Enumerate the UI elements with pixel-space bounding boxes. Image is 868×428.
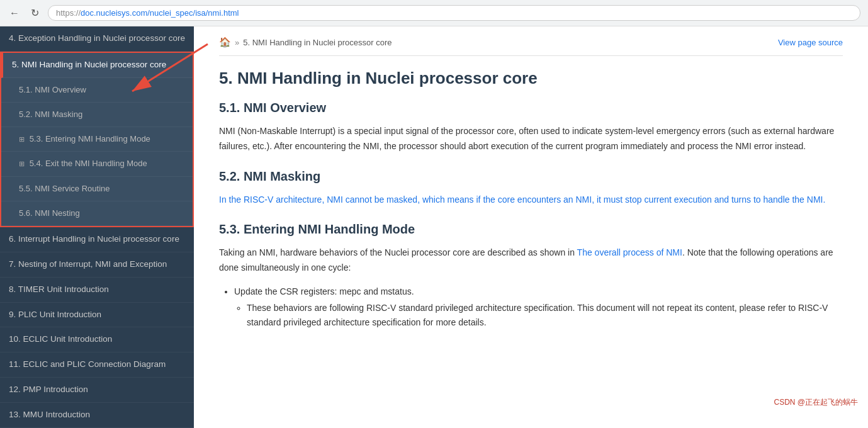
sidebar-item-5-6-label: 5.6. NMI Nesting bbox=[19, 208, 80, 218]
expand-icon-5-4: ⊞ bbox=[19, 159, 25, 169]
section-5-3-para-1: Taking an NMI, hardware behaviors of the… bbox=[219, 245, 843, 276]
list-item-1-text: Update the CSR registers: mepc and mstat… bbox=[234, 286, 414, 296]
content-area: 🏠 » 5. NMI Handling in Nuclei processor … bbox=[194, 26, 868, 428]
home-icon[interactable]: 🏠 bbox=[219, 37, 231, 48]
page-title: 5. NMI Handling in Nuclei processor core bbox=[219, 69, 843, 88]
sidebar-item-5-4[interactable]: ⊞ 5.4. Exit the NMI Handling Mode bbox=[1, 152, 193, 176]
sidebar-item-9-label: 9. PLIC Unit Introduction bbox=[9, 310, 101, 319]
breadcrumb-sep: » bbox=[235, 38, 239, 47]
sidebar-item-13-label: 13. MMU Introduction bbox=[9, 410, 90, 419]
sidebar-item-12-label: 12. PMP Introduction bbox=[9, 385, 88, 394]
sidebar-item-4-label: 4. Exception Handling in Nuclei processo… bbox=[9, 33, 185, 43]
sidebar-item-13[interactable]: 13. MMU Introduction bbox=[0, 403, 194, 428]
section-5-3-title: 5.3. Entering NMI Handling Mode bbox=[219, 222, 843, 237]
list-subitem-1-text: These behaviors are following RISC-V sta… bbox=[247, 303, 828, 327]
sidebar-item-11[interactable]: 11. ECLIC and PLIC Connection Diagram bbox=[0, 352, 194, 378]
sidebar-item-5[interactable]: 5. NMI Handling in Nuclei processor core bbox=[1, 53, 193, 78]
sidebar: 4. Exception Handling in Nuclei processo… bbox=[0, 26, 194, 428]
sidebar-item-5-4-label: 5.4. Exit the NMI Handling Mode bbox=[30, 159, 147, 168]
browser-chrome: ← ↻ https://doc.nucleisys.com/nuclei_spe… bbox=[0, 0, 868, 26]
sidebar-item-5-6[interactable]: 5.6. NMI Nesting bbox=[1, 201, 193, 226]
sidebar-item-10[interactable]: 10. ECLIC Unit Introduction bbox=[0, 327, 194, 352]
sidebar-item-12[interactable]: 12. PMP Introduction bbox=[0, 378, 194, 403]
watermark: CSDN @正在起飞的蜗牛 bbox=[770, 396, 862, 409]
main-layout: 4. Exception Handling in Nuclei processo… bbox=[0, 26, 868, 428]
back-button[interactable]: ← bbox=[8, 6, 21, 20]
sidebar-item-10-label: 10. ECLIC Unit Introduction bbox=[9, 334, 112, 344]
sidebar-item-5-3[interactable]: ⊞ 5.3. Entering NMI Handling Mode bbox=[1, 127, 193, 152]
sidebar-item-7[interactable]: 7. Nesting of Interrupt, NMI and Excepti… bbox=[0, 252, 194, 278]
svg-line-1 bbox=[194, 44, 208, 91]
section-5-2-text-blue: In the RISC-V architecture, NMI cannot b… bbox=[219, 194, 825, 205]
view-source-link[interactable]: View page source bbox=[778, 38, 843, 47]
sidebar-item-5-3-label: 5.3. Entering NMI Handling Mode bbox=[30, 134, 150, 144]
sidebar-item-5-label: 5. NMI Handling in Nuclei processor core bbox=[12, 60, 166, 69]
sidebar-item-8-label: 8. TIMER Unit Introduction bbox=[9, 284, 109, 294]
sidebar-item-6-label: 6. Interrupt Handling in Nuclei processo… bbox=[9, 234, 179, 244]
sidebar-item-11-label: 11. ECLIC and PLIC Connection Diagram bbox=[9, 359, 166, 369]
url-path: /nuclei_spec/isa/nmi.html bbox=[147, 8, 239, 18]
sidebar-item-6[interactable]: 6. Interrupt Handling in Nuclei processo… bbox=[0, 227, 194, 252]
breadcrumb: 🏠 » 5. NMI Handling in Nuclei processor … bbox=[219, 37, 843, 56]
expand-icon-5-3: ⊞ bbox=[19, 135, 25, 144]
sidebar-item-5-2[interactable]: 5.2. NMI Masking bbox=[1, 103, 193, 127]
sidebar-item-4[interactable]: 4. Exception Handling in Nuclei processo… bbox=[0, 26, 194, 52]
nmi-process-link[interactable]: The overall process of NMI bbox=[577, 247, 682, 257]
section-5-3-list: Update the CSR registers: mepc and mstat… bbox=[234, 284, 843, 329]
sidebar-item-5-2-label: 5.2. NMI Masking bbox=[19, 110, 82, 119]
sidebar-item-7-label: 7. Nesting of Interrupt, NMI and Excepti… bbox=[9, 259, 167, 269]
section-5-2-para-1: In the RISC-V architecture, NMI cannot b… bbox=[219, 193, 843, 208]
section-5-1-para-1: NMI (Non-Maskable Interrupt) is a specia… bbox=[219, 124, 843, 154]
address-bar[interactable]: https://doc.nucleisys.com/nuclei_spec/is… bbox=[48, 5, 860, 21]
list-subitem-1: These behaviors are following RISC-V sta… bbox=[247, 301, 843, 329]
sidebar-item-5-5[interactable]: 5.5. NMI Service Routine bbox=[1, 177, 193, 201]
section-5-1-title: 5.1. NMI Overview bbox=[219, 101, 843, 115]
list-item-1: Update the CSR registers: mepc and mstat… bbox=[234, 284, 843, 329]
breadcrumb-current: 5. NMI Handling in Nuclei processor core bbox=[243, 38, 392, 47]
sidebar-selected-group: 5. NMI Handling in Nuclei processor core… bbox=[0, 52, 194, 227]
sidebar-item-8[interactable]: 8. TIMER Unit Introduction bbox=[0, 278, 194, 303]
url-protocol: https:// bbox=[56, 8, 81, 18]
sidebar-item-5-1[interactable]: 5.1. NMI Overview bbox=[1, 78, 193, 103]
sidebar-item-5-1-label: 5.1. NMI Overview bbox=[19, 85, 86, 94]
refresh-button[interactable]: ↻ bbox=[28, 6, 42, 20]
url-domain: doc.nucleisys.com bbox=[81, 8, 147, 18]
sidebar-item-9[interactable]: 9. PLIC Unit Introduction bbox=[0, 303, 194, 328]
section-5-2-title: 5.2. NMI Masking bbox=[219, 169, 843, 184]
sidebar-item-5-5-label: 5.5. NMI Service Routine bbox=[19, 184, 110, 193]
list-item-1-subitems: These behaviors are following RISC-V sta… bbox=[247, 301, 843, 329]
